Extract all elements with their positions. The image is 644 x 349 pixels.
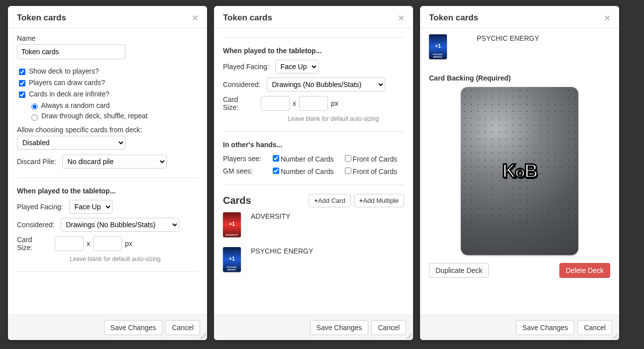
divider — [223, 184, 404, 185]
played-tabletop-heading: When played to the tabletop... — [223, 47, 404, 55]
modal-footer: Save Changes Cancel — [214, 315, 413, 340]
modal-footer: Save Changes Cancel — [420, 315, 619, 340]
played-facing-label: Played Facing: — [17, 203, 63, 211]
gm-sees-label: GM sees: — [223, 167, 265, 175]
close-icon[interactable]: × — [398, 13, 404, 23]
resize-handle-icon[interactable] — [200, 333, 206, 339]
close-icon[interactable]: × — [192, 13, 198, 23]
card-list-item[interactable]: ADVERSITY ADVERSITY — [223, 207, 404, 242]
players-see-number-checkbox[interactable] — [273, 155, 279, 162]
card-height-input[interactable] — [93, 236, 122, 251]
card-size-px: px — [331, 99, 338, 107]
resize-handle-icon[interactable] — [406, 333, 412, 339]
modal-footer: Save Changes Cancel — [8, 315, 207, 340]
divider — [17, 177, 198, 178]
save-button[interactable]: Save Changes — [310, 320, 369, 335]
discard-pile-select[interactable]: No discard pile — [62, 155, 167, 169]
modal-header: Token cards × — [214, 6, 413, 28]
divider — [17, 271, 198, 272]
add-multiple-button[interactable]: +Add Multiple — [354, 194, 404, 207]
cards-heading: Cards — [223, 195, 251, 206]
save-button[interactable]: Save Changes — [516, 320, 575, 335]
card-thumb-icon: ADVERSITY — [223, 212, 241, 237]
played-facing-select[interactable]: Face Up — [275, 60, 319, 74]
cancel-button[interactable]: Cancel — [577, 320, 612, 335]
card-list-item[interactable]: PSYCHIC ENERGY PSYCHIC ENERGY — [223, 242, 404, 277]
modal-title: Token cards — [17, 13, 66, 23]
deck-settings-modal-3: Token cards × PSYCHIC ENERGY PSYCHIC ENE… — [420, 6, 619, 340]
deck-settings-modal-1: Token cards × Name Show deck to players?… — [8, 6, 207, 340]
shuffle-repeat-radio[interactable] — [31, 114, 38, 121]
played-tabletop-heading: When played to the tabletop... — [17, 187, 198, 195]
card-name: ADVERSITY — [251, 212, 290, 220]
deck-settings-modal-2: Token cards × When played to the tableto… — [214, 6, 413, 340]
discard-label: Discard Pile: — [17, 158, 56, 166]
name-label: Name — [17, 34, 198, 42]
modal-title: Token cards — [223, 13, 272, 23]
players-see-label: Players see: — [223, 155, 265, 163]
card-size-label: Card Size: — [17, 236, 49, 252]
modal-header: Token cards × — [420, 6, 619, 28]
shuffle-repeat-label: Draw through deck, shuffle, repeat — [41, 112, 148, 120]
allow-choose-label: Allow choosing specific cards from deck: — [17, 126, 198, 134]
infinite-label: Cards in deck are infinite? — [29, 90, 109, 98]
considered-label: Considered: — [17, 221, 55, 229]
cancel-button[interactable]: Cancel — [165, 320, 200, 335]
card-backing-image[interactable]: KoB — [461, 87, 578, 255]
players-draw-label: Players can draw cards? — [29, 79, 105, 87]
plus-icon: + — [314, 197, 318, 204]
kob-logo-icon: KoB — [502, 161, 537, 182]
resize-handle-icon[interactable] — [612, 333, 618, 339]
considered-label: Considered: — [223, 81, 261, 88]
card-size-px: px — [125, 240, 132, 248]
random-card-radio[interactable] — [31, 103, 38, 110]
infinite-checkbox[interactable] — [19, 91, 25, 98]
card-size-x: x — [293, 99, 296, 107]
card-size-label: Card Size: — [223, 95, 255, 111]
show-deck-label: Show deck to players? — [29, 67, 99, 75]
modal-body[interactable]: PSYCHIC ENERGY PSYCHIC ENERGY Card Backi… — [420, 28, 619, 315]
random-card-label: Always a random card — [41, 101, 110, 109]
card-name: PSYCHIC ENERGY — [477, 34, 539, 42]
players-see-front-checkbox[interactable] — [345, 155, 351, 162]
duplicate-deck-button[interactable]: Duplicate Deck — [429, 263, 489, 278]
show-deck-checkbox[interactable] — [19, 69, 25, 75]
gm-sees-front-checkbox[interactable] — [345, 168, 351, 174]
played-facing-select[interactable]: Face Up — [69, 200, 112, 214]
card-backing-label: Card Backing (Required) — [429, 74, 610, 82]
modal-header: Token cards × — [8, 6, 207, 28]
considered-select[interactable]: Drawings (No Bubbles/Stats) — [267, 78, 385, 91]
card-list-item[interactable]: PSYCHIC ENERGY PSYCHIC ENERGY — [429, 34, 610, 64]
players-draw-checkbox[interactable] — [19, 80, 25, 87]
size-hint: Leave blank for default auto-sizing — [70, 256, 198, 262]
card-height-input[interactable] — [299, 96, 328, 111]
deck-name-input[interactable] — [17, 44, 125, 59]
others-hands-heading: In other's hands... — [223, 141, 404, 149]
card-width-input[interactable] — [55, 236, 84, 251]
allow-choose-select[interactable]: Disabled — [17, 136, 125, 150]
save-button[interactable]: Save Changes — [104, 320, 163, 335]
divider — [223, 131, 404, 132]
modal-title: Token cards — [429, 13, 478, 23]
close-icon[interactable]: × — [604, 13, 610, 23]
modal-body[interactable]: When played to the tabletop... Played Fa… — [214, 28, 413, 315]
card-thumb-icon: PSYCHIC ENERGY — [223, 247, 241, 272]
size-hint: Leave blank for default auto-sizing — [263, 115, 404, 122]
card-thumb-icon: PSYCHIC ENERGY — [429, 34, 447, 59]
delete-deck-button[interactable]: Delete Deck — [559, 263, 610, 278]
card-width-input[interactable] — [261, 96, 290, 111]
cancel-button[interactable]: Cancel — [371, 320, 406, 335]
gm-sees-number-checkbox[interactable] — [273, 168, 279, 174]
card-size-x: x — [87, 240, 90, 248]
considered-select[interactable]: Drawings (No Bubbles/Stats) — [61, 218, 179, 232]
card-name: PSYCHIC ENERGY — [251, 247, 313, 255]
played-facing-label: Played Facing: — [223, 63, 269, 71]
add-card-button[interactable]: +Add Card — [309, 194, 351, 207]
modal-body[interactable]: Name Show deck to players? Players can d… — [8, 28, 207, 315]
divider — [223, 37, 404, 38]
